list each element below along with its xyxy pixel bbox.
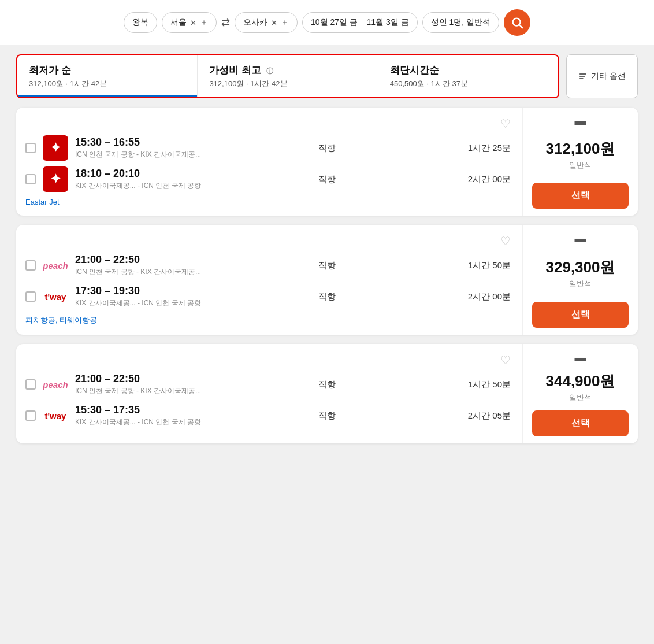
price-3: 344,900원: [546, 371, 615, 391]
passengers-label: 성인 1명, 일반석: [431, 17, 490, 27]
flight-card-1-right: ▬ 312,100원 일반석 선택: [522, 108, 638, 216]
flight-card-2-right: ▬ 329,300원 일반석 선택: [522, 225, 638, 335]
outbound-route-3: ICN 인천 국제 공항 - KIX 간사이국제공...: [75, 386, 201, 396]
flight-card-2-main: ♡ peach 21:00 – 22:50 ICN 인천 국제 공항 - KIX…: [16, 225, 522, 335]
outbound-route-1: ICN 인천 국제 공항 - KIX 간사이국제공...: [75, 150, 201, 160]
destination-pill[interactable]: 오사카 ✕ ＋: [235, 12, 298, 33]
flight-row-outbound-1: ✦ 15:30 – 16:55 ICN 인천 국제 공항 - KIX 간사이국제…: [25, 135, 511, 161]
origin-pill[interactable]: 서울 ✕ ＋: [162, 12, 217, 33]
flight-card-1-main: ♡ ✦ 15:30 – 16:55 ICN 인천 국제 공항 - KIX 간사이…: [16, 108, 522, 216]
checkbox-outbound-3[interactable]: [25, 379, 36, 390]
wishlist-row-1: ♡: [25, 117, 511, 131]
outbound-duration-1: 1시간 25분: [453, 143, 511, 154]
sort-tab-shortest-time-title: 최단시간순: [390, 64, 547, 77]
price-label-3: 일반석: [546, 393, 615, 403]
airline-names-2: 피치항공, 티웨이항공: [25, 315, 511, 325]
outbound-type-2: 직항: [208, 260, 446, 271]
filter-icon: [578, 72, 588, 81]
outbound-duration-2: 1시간 50분: [453, 260, 511, 271]
sort-tabs-container: 최저가 순 312,100원 · 1시간 42분 가성비 최고 ⓘ 312,10…: [16, 54, 559, 98]
outbound-times-1: 15:30 – 16:55: [75, 136, 201, 149]
outbound-type-1: 직항: [208, 143, 446, 154]
outbound-info-2: 21:00 – 22:50 ICN 인천 국제 공항 - KIX 간사이국제공.…: [75, 254, 201, 277]
sort-tab-best-value-title: 가성비 최고 ⓘ: [209, 64, 366, 77]
inbound-info-2: 17:30 – 19:30 KIX 간사이국제공... - ICN 인천 국제 …: [75, 285, 201, 308]
wishlist-button-2[interactable]: ♡: [500, 234, 511, 248]
flight-row-inbound-3: t'way 15:30 – 17:35 KIX 간사이국제공... - ICN …: [25, 403, 511, 428]
wishlist-button-3[interactable]: ♡: [500, 353, 511, 367]
airline-logo-peach-2: peach: [43, 253, 68, 278]
destination-add-icon[interactable]: ＋: [281, 17, 289, 28]
sort-tab-best-value-sub: 312,100원 · 1시간 42분: [209, 79, 366, 89]
sort-tab-shortest-time-sub: 450,500원 · 1시간 37분: [390, 79, 547, 89]
other-options-button[interactable]: 기타 옵션: [566, 54, 638, 98]
airline-logo-peach-3: peach: [43, 372, 68, 397]
outbound-type-3: 직항: [208, 379, 446, 390]
airline-logo-tway-3: t'way: [43, 403, 68, 428]
dates-pill[interactable]: 10월 27일 금 – 11월 3일 금: [302, 12, 418, 33]
inbound-times-3: 15:30 – 17:35: [75, 404, 201, 416]
airline-logo-eastar-1b: ✦: [43, 166, 68, 192]
inbound-duration-1: 2시간 00분: [453, 174, 511, 185]
select-button-1[interactable]: 선택: [532, 183, 629, 209]
outbound-info-1: 15:30 – 16:55 ICN 인천 국제 공항 - KIX 간사이국제공.…: [75, 136, 201, 160]
airline-names-1: Eastar Jet: [25, 198, 511, 206]
checkbox-inbound-1[interactable]: [25, 174, 36, 184]
best-value-info-icon[interactable]: ⓘ: [266, 67, 273, 75]
sort-tabs-row: 최저가 순 312,100원 · 1시간 42분 가성비 최고 ⓘ 312,10…: [16, 54, 638, 98]
inbound-times-1: 18:10 – 20:10: [75, 168, 201, 180]
sort-tab-lowest-price-title: 최저가 순: [29, 64, 185, 77]
wishlist-button-1[interactable]: ♡: [500, 117, 511, 131]
price-block-1: 312,100원 일반석: [546, 139, 615, 171]
trip-type-label: 왕복: [132, 17, 148, 28]
inbound-route-3: KIX 간사이국제공... - ICN 인천 국제 공항: [75, 417, 201, 427]
price-label-1: 일반석: [546, 160, 615, 171]
search-button[interactable]: [504, 9, 530, 36]
outbound-info-3: 21:00 – 22:50 ICN 인천 국제 공항 - KIX 간사이국제공.…: [75, 373, 201, 396]
origin-label: 서울: [170, 17, 187, 28]
sort-tab-lowest-price-sub: 312,100원 · 1시간 42분: [29, 79, 185, 89]
flight-card-3-right: ▬ 344,900원 일반석 선택: [522, 344, 638, 443]
inbound-type-1: 직항: [208, 174, 446, 185]
checkbox-inbound-2[interactable]: [25, 291, 36, 302]
dates-label: 10월 27일 금 – 11월 3일 금: [311, 17, 409, 27]
flight-row-inbound-2: t'way 17:30 – 19:30 KIX 간사이국제공... - ICN …: [25, 284, 511, 309]
checkbox-outbound-1[interactable]: [25, 143, 36, 153]
search-icon: [511, 16, 523, 29]
inbound-info-3: 15:30 – 17:35 KIX 간사이국제공... - ICN 인천 국제 …: [75, 404, 201, 427]
passengers-pill[interactable]: 성인 1명, 일반석: [422, 12, 499, 33]
airline-logo-eastar-1: ✦: [43, 135, 68, 161]
inbound-info-1: 18:10 – 20:10 KIX 간사이국제공... - ICN 인천 국제 …: [75, 168, 201, 191]
card-icon-row-3: ▬: [532, 351, 629, 364]
baggage-icon-3: ▬: [575, 351, 586, 364]
origin-close-icon[interactable]: ✕: [190, 18, 196, 27]
origin-add-icon[interactable]: ＋: [200, 17, 208, 28]
flight-row-outbound-2: peach 21:00 – 22:50 ICN 인천 국제 공항 - KIX 간…: [25, 253, 511, 278]
select-button-3[interactable]: 선택: [532, 410, 629, 436]
inbound-times-2: 17:30 – 19:30: [75, 285, 201, 297]
sort-tab-best-value[interactable]: 가성비 최고 ⓘ 312,100원 · 1시간 42분: [198, 55, 378, 97]
card-icon-row-1: ▬: [532, 114, 629, 128]
inbound-route-2: KIX 간사이국제공... - ICN 인천 국제 공항: [75, 298, 201, 308]
trip-type-pill[interactable]: 왕복: [124, 12, 157, 33]
checkbox-inbound-3[interactable]: [25, 410, 36, 421]
wishlist-row-2: ♡: [25, 234, 511, 248]
select-button-2[interactable]: 선택: [532, 302, 629, 328]
inbound-type-2: 직항: [208, 291, 446, 302]
flight-card-3-main: ♡ peach 21:00 – 22:50 ICN 인천 국제 공항 - KIX…: [16, 344, 522, 443]
destination-close-icon[interactable]: ✕: [271, 18, 277, 27]
baggage-icon-2: ▬: [575, 232, 586, 245]
exchange-icon[interactable]: ⇄: [221, 16, 230, 29]
checkbox-outbound-2[interactable]: [25, 260, 36, 271]
flight-row-inbound-1: ✦ 18:10 – 20:10 KIX 간사이국제공... - ICN 인천 국…: [25, 166, 511, 192]
search-bar: 왕복 서울 ✕ ＋ ⇄ 오사카 ✕ ＋ 10월 27일 금 – 11월 3일 금…: [0, 0, 654, 45]
sort-tab-lowest-price[interactable]: 최저가 순 312,100원 · 1시간 42분: [17, 55, 198, 97]
sort-tab-shortest-time[interactable]: 최단시간순 450,500원 · 1시간 37분: [378, 55, 558, 97]
baggage-icon-1: ▬: [575, 114, 586, 128]
main-content: 최저가 순 312,100원 · 1시간 42분 가성비 최고 ⓘ 312,10…: [9, 45, 645, 462]
inbound-duration-2: 2시간 00분: [453, 291, 511, 302]
price-block-2: 329,300원 일반석: [546, 257, 615, 289]
outbound-duration-3: 1시간 50분: [453, 379, 511, 390]
outbound-times-2: 21:00 – 22:50: [75, 254, 201, 266]
inbound-type-3: 직항: [208, 410, 446, 421]
